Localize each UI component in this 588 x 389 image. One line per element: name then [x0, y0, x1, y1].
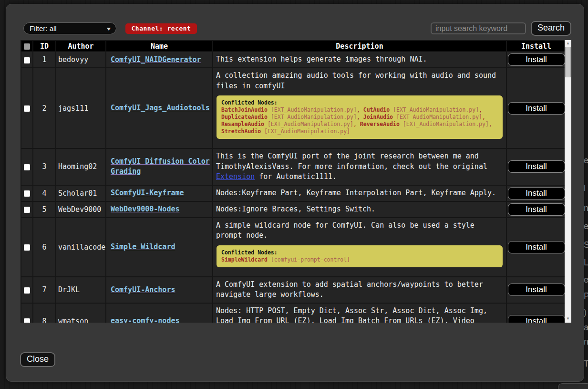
background-text-fragment: a — [584, 323, 588, 333]
row-author: Scholar01 — [56, 185, 106, 201]
extension-name-link[interactable]: ComfyUI-Anchors — [111, 285, 175, 294]
row-checkbox-cell — [21, 303, 33, 323]
toolbar: Filter: all ▾ Channel: recent Search — [23, 22, 571, 35]
conflicted-node-ref: [EXT_AudioManipulation.py] — [400, 121, 489, 127]
row-id: 7 — [33, 277, 56, 303]
scrollbar-thumb[interactable] — [565, 47, 571, 77]
row-description: Nodes: HTTP POST, Empty Dict, Assoc Str,… — [213, 303, 506, 323]
row-id: 8 — [33, 303, 56, 323]
conflicted-node-ref: [EXT_AudioManipulation.py] — [264, 121, 353, 127]
row-checkbox[interactable] — [24, 207, 30, 213]
table-row: 1bedovyyComfyUI_NAIDGeneratorThis extens… — [21, 52, 565, 68]
conflicted-node-name: ReverseAudio — [360, 121, 400, 127]
filter-select[interactable]: Filter: all ▾ — [23, 22, 116, 34]
extension-name-link[interactable]: easy-comfy-nodes — [111, 316, 180, 323]
background-text-fragment: e — [584, 221, 588, 231]
row-checkbox[interactable] — [24, 164, 30, 170]
background-text-fragment: e — [584, 275, 588, 285]
column-header-author: Author — [56, 41, 106, 52]
row-install-cell: Install — [506, 218, 565, 277]
close-button[interactable]: Close — [20, 352, 55, 367]
row-checkbox-cell — [21, 52, 33, 68]
background-text-fragment: S — [584, 240, 588, 250]
table-row: 4Scholar01SComfyUI-KeyframeNodes:Keyfram… — [21, 185, 565, 201]
install-button[interactable]: Install — [508, 241, 565, 253]
row-install-cell: Install — [506, 68, 565, 148]
extensions-table: ID Author Name Description Install 1bedo… — [21, 40, 565, 323]
row-checkbox[interactable] — [24, 190, 30, 197]
row-author: DrJKL — [56, 277, 106, 303]
install-button[interactable]: Install — [508, 53, 565, 66]
channel-badge[interactable]: Channel: recent — [125, 23, 197, 34]
row-install-cell: Install — [506, 148, 565, 185]
column-header-install: Install — [506, 41, 565, 52]
conflicted-node-name: StretchAudio — [221, 128, 261, 135]
table-header-row: ID Author Name Description Install — [21, 41, 565, 52]
row-checkbox-cell — [21, 201, 33, 218]
row-author: Haoming02 — [56, 148, 106, 185]
conflicted-nodes-title: Conflicted Nodes: — [221, 99, 498, 106]
row-checkbox-cell — [21, 277, 33, 303]
search-button[interactable]: Search — [531, 21, 571, 36]
row-name-cell: ComfyUI_Jags_Audiotools — [106, 68, 213, 148]
install-button[interactable]: Install — [508, 203, 565, 216]
row-name-cell: WebDev9000-Nodes — [106, 201, 213, 218]
row-name-cell: ComfyUI-Anchors — [106, 277, 213, 303]
row-description: A simple wildcard node for ComfyUI. Can … — [213, 218, 506, 277]
row-id: 3 — [33, 148, 56, 185]
table-scrollbar[interactable]: ▲ ▼ — [565, 40, 571, 323]
conflicted-node-name: SimpleWildcard — [221, 256, 268, 263]
row-checkbox-cell — [21, 68, 33, 148]
row-author: wmatson — [56, 303, 106, 323]
extension-name-link[interactable]: ComfyUI Diffusion Color Grading — [111, 157, 210, 176]
row-install-cell: Install — [506, 277, 565, 303]
conflicted-node-name: CutAudio — [363, 106, 390, 113]
conflicted-node-name: BatchJoinAudio — [221, 106, 268, 113]
row-checkbox[interactable] — [24, 57, 30, 63]
row-description: Nodes:Keyframe Part, Keyframe Interpolat… — [213, 185, 506, 201]
search-input[interactable] — [431, 22, 526, 34]
install-button[interactable]: Install — [508, 284, 565, 296]
row-checkbox[interactable] — [24, 318, 30, 323]
dialog-footer: Close — [20, 352, 584, 367]
background-text-fragment: L — [584, 258, 588, 268]
background-text-fragment: T — [584, 359, 588, 369]
background-window-fragment — [558, 383, 588, 389]
row-author: WebDev9000 — [56, 201, 106, 218]
row-checkbox[interactable] — [24, 287, 30, 294]
background-text-fragment: n — [584, 337, 588, 347]
conflicted-node-ref: [EXT_AudioManipulation.py] — [390, 106, 479, 113]
extension-name-link[interactable]: SComfyUI-Keyframe — [111, 189, 184, 197]
row-install-cell: Install — [506, 201, 565, 218]
extension-name-link[interactable]: WebDev9000-Nodes — [111, 205, 180, 213]
table-row: 3Haoming02ComfyUI Diffusion Color Gradin… — [21, 148, 565, 185]
install-button[interactable]: Install — [508, 315, 565, 323]
row-checkbox[interactable] — [24, 244, 30, 251]
row-name-cell: easy-comfy-nodes — [106, 303, 213, 323]
row-author: vanillacode⋯ — [56, 218, 106, 277]
extension-name-link[interactable]: ComfyUI_NAIDGenerator — [111, 55, 201, 64]
row-checkbox-cell — [21, 148, 33, 185]
install-button[interactable]: Install — [508, 102, 565, 115]
install-button[interactable]: Install — [508, 160, 565, 173]
extension-name-link[interactable]: Simple Wildcard — [111, 242, 175, 251]
row-description: This is the ComfyUI port of the joint re… — [213, 148, 506, 185]
table-row: 8wmatsoneasy-comfy-nodesNodes: HTTP POST… — [21, 303, 565, 323]
row-id: 5 — [33, 201, 56, 218]
row-checkbox-cell — [21, 185, 33, 201]
conflicted-node-ref: [EXT_AudioManipulation.py] — [268, 114, 357, 120]
scrollbar-down-arrow[interactable]: ▼ — [565, 315, 571, 322]
install-button[interactable]: Install — [508, 187, 565, 200]
conflicted-nodes-box: Conflicted Nodes:BatchJoinAudio [EXT_Aud… — [217, 95, 503, 139]
custom-nodes-install-dialog: Filter: all ▾ Channel: recent Search ID … — [6, 4, 584, 382]
conflicted-node-ref: [comfyui-prompt-control] — [268, 256, 350, 263]
row-checkbox[interactable] — [24, 105, 30, 112]
row-name-cell: Simple Wildcard — [106, 218, 213, 277]
row-id: 4 — [33, 185, 56, 201]
extension-name-link[interactable]: ComfyUI_Jags_Audiotools — [111, 104, 210, 112]
select-all-checkbox[interactable] — [24, 43, 30, 50]
description-inline-link[interactable]: Extension — [216, 172, 255, 181]
scrollbar-up-arrow[interactable]: ▲ — [565, 40, 571, 46]
conflicted-nodes-title: Conflicted Nodes: — [221, 249, 498, 256]
row-name-cell: ComfyUI_NAIDGenerator — [106, 52, 213, 68]
